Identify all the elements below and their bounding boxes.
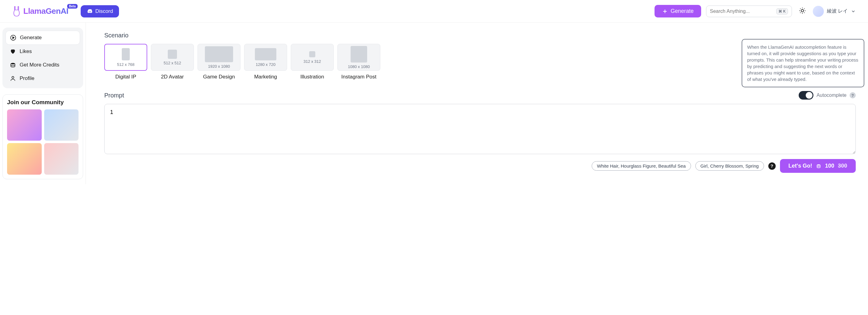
sidebar-item-label: Generate — [20, 35, 42, 41]
kbd-shortcut: ⌘ K — [776, 8, 788, 14]
header: LlamaGenAI Beta Discord Generate ⌘ K 綾波 … — [0, 0, 868, 23]
coins-icon — [10, 62, 16, 68]
sidebar-item-generate[interactable]: Generate — [5, 31, 80, 45]
scenario-dims: 512 x 512 — [163, 61, 181, 65]
scenario-shape — [255, 48, 276, 60]
discord-icon — [87, 8, 93, 14]
discord-button[interactable]: Discord — [81, 5, 119, 18]
autocomplete-toggle[interactable] — [799, 91, 813, 100]
scenario-dims: 1920 x 1080 — [208, 64, 230, 69]
autocomplete-controls: Autocomplete ? — [799, 91, 856, 100]
scenario-label: Marketing — [254, 74, 277, 80]
scenario-box[interactable]: 1280 x 720 — [244, 44, 287, 71]
scenario-item: 512 x 768Digital IP — [104, 44, 147, 80]
svg-point-2 — [11, 63, 15, 64]
plus-icon — [662, 8, 668, 14]
search-box[interactable]: ⌘ K — [706, 5, 792, 17]
user-icon — [10, 75, 16, 81]
avatar — [813, 6, 824, 17]
main-content: Scenario 512 x 768Digital IP512 x 5122D … — [86, 23, 868, 184]
lets-go-button[interactable]: Let's Go! 100 300 — [780, 159, 856, 173]
scenario-shape — [350, 46, 367, 63]
prompt-title: Prompt — [104, 92, 124, 99]
community-thumb[interactable] — [44, 109, 79, 141]
logo[interactable]: LlamaGenAI Beta — [12, 6, 68, 17]
autocomplete-label: Autocomplete — [816, 93, 846, 98]
discord-label: Discord — [95, 8, 113, 14]
user-menu[interactable]: 綾波 レイ — [813, 6, 856, 17]
scenario-label: Game Design — [203, 74, 235, 80]
svg-point-0 — [801, 9, 804, 12]
scenario-item: 312 x 312Illustration — [291, 44, 334, 80]
scenario-shape — [168, 50, 177, 59]
beta-badge: Beta — [67, 4, 78, 8]
play-circle-icon — [10, 35, 16, 41]
scenario-shape — [205, 46, 233, 62]
help-icon[interactable]: ? — [849, 92, 856, 98]
help-icon[interactable]: ? — [768, 163, 776, 170]
scenario-title: Scenario — [104, 32, 856, 39]
scenario-box[interactable]: 1080 x 1080 — [337, 44, 380, 71]
scenario-dims: 1080 x 1080 — [348, 64, 370, 69]
credit-old: 300 — [838, 163, 847, 169]
sidebar-item-label: Profile — [20, 75, 34, 81]
scenario-label: Instagram Post — [341, 74, 376, 80]
chevron-down-icon — [851, 9, 856, 14]
search-input[interactable] — [710, 8, 774, 14]
sidebar: Generate Likes Get More Credits Profile … — [0, 23, 86, 184]
sidebar-item-profile[interactable]: Profile — [5, 72, 80, 85]
community-thumb[interactable] — [7, 143, 42, 174]
sun-icon — [799, 7, 806, 14]
sidebar-item-likes[interactable]: Likes — [5, 45, 80, 58]
sidebar-item-credits[interactable]: Get More Credits — [5, 58, 80, 72]
scenario-dims: 1280 x 720 — [256, 62, 275, 67]
generate-label: Generate — [671, 8, 693, 14]
scenario-label: 2D Avatar — [161, 74, 184, 80]
suggestion-tag[interactable]: White Hair, Hourglass Figure, Beautiful … — [592, 161, 691, 171]
scenario-box[interactable]: 512 x 512 — [151, 44, 194, 71]
community-title: Join our Community — [7, 99, 79, 106]
theme-toggle[interactable] — [797, 5, 808, 17]
scenario-box[interactable]: 1920 x 1080 — [197, 44, 241, 71]
sidebar-item-label: Likes — [20, 48, 32, 55]
community-card: Join our Community — [2, 94, 83, 179]
action-row: White Hair, Hourglass Figure, Beautiful … — [104, 159, 856, 173]
scenario-label: Illustration — [300, 74, 324, 80]
go-label: Let's Go! — [788, 163, 812, 169]
community-thumb[interactable] — [7, 109, 42, 141]
scenario-dims: 312 x 312 — [303, 59, 321, 64]
scenario-dims: 512 x 768 — [117, 62, 134, 67]
generate-button[interactable]: Generate — [654, 5, 701, 18]
scenario-box[interactable]: 312 x 312 — [291, 44, 334, 71]
heart-icon — [10, 48, 16, 55]
credit-new: 100 — [825, 163, 834, 169]
scenario-item: 1920 x 1080Game Design — [197, 44, 241, 80]
scenario-label: Digital IP — [115, 74, 136, 80]
community-thumb[interactable] — [44, 143, 79, 174]
suggestion-tag[interactable]: Girl, Cherry Blossom, Spring — [695, 161, 764, 171]
svg-point-3 — [12, 76, 14, 78]
scenario-box[interactable]: 512 x 768 — [104, 44, 147, 71]
autocomplete-tooltip: When the LlamaGenAI autocompletion featu… — [742, 39, 864, 87]
sidebar-item-label: Get More Credits — [20, 62, 59, 68]
prompt-textarea[interactable] — [104, 104, 856, 154]
scenario-item: 1080 x 1080Instagram Post — [337, 44, 380, 80]
scenario-shape — [122, 48, 130, 60]
user-name: 綾波 レイ — [827, 8, 848, 14]
coins-icon — [816, 163, 822, 169]
scenario-item: 1280 x 720Marketing — [244, 44, 287, 80]
llama-icon — [12, 6, 21, 17]
scenario-shape — [309, 51, 315, 57]
svg-point-4 — [817, 164, 820, 166]
scenario-item: 512 x 5122D Avatar — [151, 44, 194, 80]
logo-text: LlamaGenAI — [23, 6, 68, 16]
